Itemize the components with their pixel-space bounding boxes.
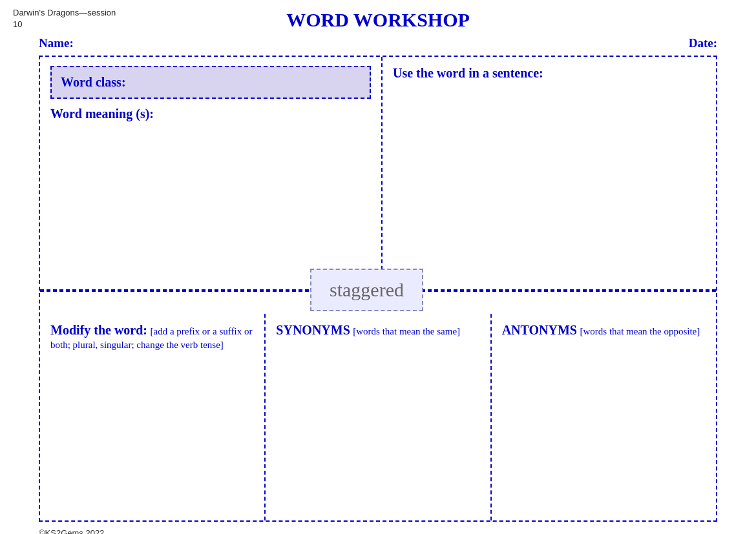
synonyms-title: SYNONYMS [words that mean the same] <box>276 323 479 338</box>
right-panel: Use the word in a sentence: <box>383 57 716 289</box>
synonyms-note: [words that mean the same] <box>353 326 460 336</box>
modify-bold: Modify the word: <box>50 323 147 337</box>
date-label: Date: <box>689 36 717 50</box>
antonyms-bold: ANTONYMS <box>502 323 577 337</box>
word-class-box: Word class: <box>50 66 371 99</box>
page-title: WORD WORKSHOP <box>116 9 640 31</box>
left-panel: Word class: Word meaning (s): <box>40 57 383 289</box>
word-class-label: Word class: <box>61 75 126 89</box>
antonyms-note: [words that mean the opposite] <box>580 326 700 336</box>
antonyms-column: ANTONYMS [words that mean the opposite] <box>492 314 716 520</box>
bottom-section: Modify the word: [add a prefix or a suff… <box>40 314 716 520</box>
top-section-wrapper: Word class: Word meaning (s): Use the wo… <box>40 57 716 291</box>
copyright-label: ©KS2Gems 2022 <box>39 528 104 534</box>
modify-column: Modify the word: [add a prefix or a suff… <box>40 314 266 520</box>
name-label: Name: <box>39 36 74 50</box>
synonyms-bold: SYNONYMS <box>276 323 350 337</box>
session-label: Darwin's Dragons—session 10 <box>13 8 116 29</box>
synonyms-column: SYNONYMS [words that mean the same] <box>266 314 491 520</box>
main-grid: Word class: Word meaning (s): Use the wo… <box>39 56 717 522</box>
word-meaning-label: Word meaning (s): <box>50 107 371 121</box>
footer: ©KS2Gems 2022 <box>13 528 743 534</box>
antonyms-title: ANTONYMS [words that mean the opposite] <box>502 323 706 338</box>
featured-word-box: staggered <box>310 269 423 311</box>
top-section: Word class: Word meaning (s): Use the wo… <box>40 57 716 291</box>
modify-title: Modify the word: [add a prefix or a suff… <box>50 323 254 351</box>
use-in-sentence-label: Use the word in a sentence: <box>393 66 706 81</box>
featured-word: staggered <box>330 279 404 300</box>
